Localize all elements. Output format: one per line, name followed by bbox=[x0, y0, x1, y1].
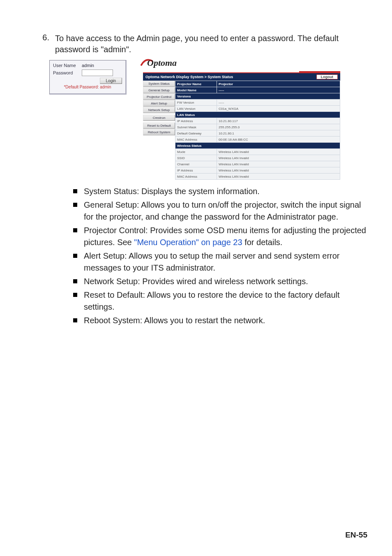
bullet-text-span: for details. bbox=[242, 238, 283, 247]
status-value: Wireless LAN Invalid bbox=[217, 149, 340, 155]
login-button[interactable]: Login bbox=[100, 78, 122, 84]
status-key: MAC Address bbox=[175, 174, 217, 180]
status-key: Default Gateway bbox=[175, 130, 217, 137]
status-value: Wireless LAN Invalid bbox=[217, 174, 340, 180]
status-section-header: Versions bbox=[175, 93, 340, 100]
bullet-text: System Status: Displays the system infor… bbox=[84, 185, 367, 197]
bullet-text-span: System Status: Displays the system infor… bbox=[84, 187, 260, 196]
bullet-text-span: Network Setup: Provides wired and wirele… bbox=[84, 277, 308, 286]
step-text-b: "admin" bbox=[101, 45, 129, 54]
bullet-square-icon bbox=[73, 318, 77, 322]
bullet-text: Alert Setup: Allows you to setup the mai… bbox=[84, 250, 367, 274]
bullet-text: Reboot System: Allows you to restart the… bbox=[84, 315, 367, 327]
bullet-square-icon bbox=[73, 279, 77, 283]
status-key: LAN Version bbox=[175, 106, 217, 112]
status-value: 00:0E:16:AA:BB:CC bbox=[217, 137, 340, 143]
status-key: IP Address bbox=[175, 118, 217, 124]
step-text-a: To have access to the Admin page, you ne… bbox=[55, 34, 339, 54]
bullet-square-icon bbox=[73, 189, 77, 193]
status-key: SSID bbox=[175, 155, 217, 161]
step-number: 6. bbox=[25, 33, 55, 55]
sidebar-item-alert-setup[interactable]: Alert Setup bbox=[143, 100, 175, 107]
status-value: 255.255.255.0 bbox=[217, 124, 340, 130]
sidebar-item-projector-control[interactable]: Projector Control bbox=[143, 94, 175, 100]
status-value: Projector bbox=[217, 81, 340, 87]
status-section-header: Wireless Status bbox=[175, 143, 340, 149]
cross-reference-link[interactable]: "Menu Operation" on page 23 bbox=[134, 238, 242, 247]
bullet-text-span: General Setup: Allows you to turn on/off… bbox=[84, 200, 361, 221]
bullet-square-icon bbox=[73, 293, 77, 297]
status-value: ----- bbox=[217, 100, 340, 106]
bullet-text: Network Setup: Provides wired and wirele… bbox=[84, 276, 367, 287]
status-section-header: LAN Status bbox=[175, 112, 340, 118]
accent-bar bbox=[299, 71, 340, 73]
bullet-text: General Setup: Allows you to turn on/off… bbox=[84, 199, 367, 223]
status-key: Subnet Mask bbox=[175, 124, 217, 130]
bullet-square-icon bbox=[73, 254, 77, 258]
sidebar-item-reset-to-default[interactable]: Reset to Default bbox=[143, 123, 175, 129]
status-key: Projector Name bbox=[175, 81, 217, 87]
logout-button[interactable]: Logout bbox=[316, 74, 338, 79]
status-key: Channel bbox=[175, 161, 217, 167]
status-value: Wireless LAN Invalid bbox=[217, 167, 340, 174]
sidebar-item-general-setup[interactable]: General Setup bbox=[143, 87, 175, 93]
bullet-text: Reset to Default: Allows you to restore … bbox=[84, 289, 367, 313]
status-value: ----- bbox=[217, 87, 340, 93]
login-panel: User Name admin Password Login *Default … bbox=[49, 60, 127, 95]
status-key: FW Version bbox=[175, 100, 217, 106]
default-password-note: *Default Password: admin bbox=[53, 85, 122, 89]
status-value: Wireless LAN Invalid bbox=[217, 161, 340, 167]
sidebar-item-system-status[interactable]: System Status bbox=[143, 81, 175, 87]
status-key: IP Address bbox=[175, 167, 217, 174]
admin-panel: Optoma Optoma Optoma Network Display Sys… bbox=[143, 60, 340, 180]
username-label: User Name bbox=[53, 63, 82, 68]
status-table: Projector NameProjectorModel Name-----Ve… bbox=[175, 81, 340, 180]
sidebar-item-network-setup[interactable]: Network Setup bbox=[143, 107, 175, 113]
username-value: admin bbox=[82, 63, 94, 68]
status-value: 10.21.80.117 bbox=[217, 118, 340, 124]
password-label: Password bbox=[53, 70, 82, 75]
status-value: Wireless LAN Invalid bbox=[217, 155, 340, 161]
page-number: EN-55 bbox=[345, 531, 367, 540]
breadcrumb: Optoma Network Display System > System S… bbox=[145, 75, 233, 79]
bullet-text: Projector Control: Provides some OSD men… bbox=[84, 225, 367, 248]
bullet-square-icon bbox=[73, 228, 77, 232]
status-value: 10.21.80.1 bbox=[217, 130, 340, 137]
status-key: Model Name bbox=[175, 87, 217, 93]
optoma-logo: Optoma Optoma bbox=[143, 60, 340, 71]
bullet-square-icon bbox=[73, 203, 77, 207]
feature-bullets: System Status: Displays the system infor… bbox=[73, 185, 367, 327]
svg-text:Optoma: Optoma bbox=[147, 58, 177, 68]
status-value: C01a_WXGA bbox=[217, 106, 340, 112]
admin-sidebar: System StatusGeneral SetupProjector Cont… bbox=[143, 81, 175, 180]
bullet-text-span: Alert Setup: Allows you to setup the mai… bbox=[84, 251, 340, 272]
step-text-c: . bbox=[129, 45, 131, 54]
password-input[interactable] bbox=[82, 70, 113, 76]
sidebar-item-reboot-system[interactable]: Reboot System bbox=[143, 129, 175, 135]
bullet-text-span: Reboot System: Allows you to restart the… bbox=[84, 316, 265, 325]
step-text: To have access to the Admin page, you ne… bbox=[55, 33, 367, 55]
status-key: MAC Address bbox=[175, 137, 217, 143]
bullet-text-span: Reset to Default: Allows you to restore … bbox=[84, 290, 340, 311]
sidebar-item-crestron[interactable]: Crestron bbox=[143, 115, 175, 121]
status-key: Mode bbox=[175, 149, 217, 155]
